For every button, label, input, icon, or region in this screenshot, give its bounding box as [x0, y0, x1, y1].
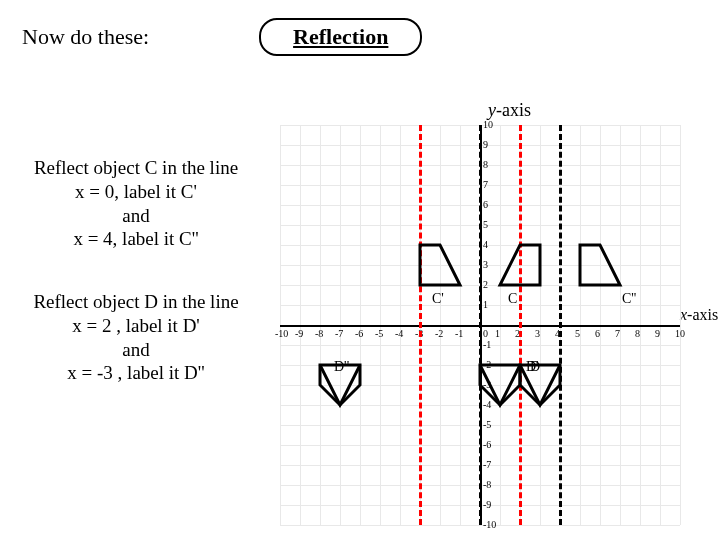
shapes-layer: CC'C''DD'D'' — [280, 125, 680, 525]
shape-label: D' — [526, 359, 539, 374]
x-axis-label: x-axis — [680, 306, 718, 324]
shape-label: C' — [432, 291, 444, 306]
title-box: Reflection — [259, 18, 422, 56]
coordinate-grid: -10-10-9-9-8-8-7-7-6-6-5-5-4-4-3-3-2-2-1… — [280, 125, 680, 525]
instruction-d: Reflect object D in the line x = 2 , lab… — [6, 290, 266, 385]
y-axis-label: y-axis — [488, 100, 531, 121]
instruction-c: Reflect object C in the line x = 0, labe… — [6, 156, 266, 251]
shape-label: D'' — [334, 359, 349, 374]
shape-label: C'' — [622, 291, 636, 306]
shape-Dp — [480, 365, 520, 405]
shape-label: C — [508, 291, 517, 306]
shape-C — [500, 245, 540, 285]
shape-Cpp — [580, 245, 620, 285]
header-prompt: Now do these: — [22, 24, 149, 50]
shape-Cp — [420, 245, 460, 285]
